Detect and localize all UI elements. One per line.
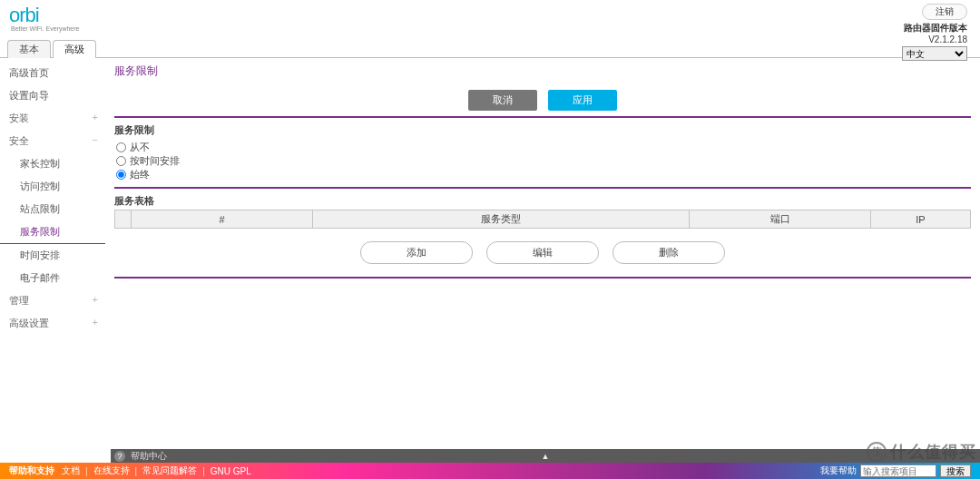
- sidebar-section-security[interactable]: 安全 −: [0, 130, 105, 152]
- sidebar-section-management[interactable]: 管理 +: [0, 289, 105, 312]
- radio-option-never[interactable]: 从不: [116, 141, 971, 154]
- col-number: #: [132, 210, 313, 229]
- logout-button[interactable]: 注销: [922, 4, 967, 20]
- sidebar-section-label: 高级设置: [9, 318, 49, 328]
- delete-button[interactable]: 删除: [612, 241, 725, 264]
- radio-label: 始终: [130, 168, 150, 181]
- radio-label: 按时间安排: [130, 154, 180, 168]
- header-right: 注销 路由器固件版本 V2.1.2.18 中文: [902, 4, 967, 61]
- tab-advanced[interactable]: 高级: [53, 40, 96, 58]
- divider: [114, 116, 971, 118]
- footer: ? 帮助中心 ▲ 帮助和支持 文档| 在线支持| 常见问题解答| GNU GPL…: [0, 449, 980, 479]
- edit-button[interactable]: 编辑: [486, 241, 599, 264]
- radio-never[interactable]: [116, 142, 126, 152]
- logo-tagline: Better WiFi. Everywhere: [11, 25, 79, 32]
- table-header-row: # 服务类型 端口 IP: [115, 210, 971, 229]
- support-link-online[interactable]: 在线支持: [93, 464, 130, 477]
- logo: orbi: [9, 4, 39, 27]
- support-link-faq[interactable]: 常见问题解答: [142, 464, 197, 477]
- support-link-gpl[interactable]: GNU GPL: [211, 466, 251, 476]
- col-port: 端口: [690, 210, 871, 229]
- collapse-icon: −: [93, 134, 98, 145]
- firmware-label: 路由器固件版本: [902, 22, 967, 34]
- col-checkbox: [115, 210, 132, 229]
- col-ip: IP: [871, 210, 971, 229]
- support-search: 我要帮助 搜索: [820, 463, 971, 479]
- search-input[interactable]: [860, 464, 936, 477]
- tab-basic[interactable]: 基本: [7, 40, 51, 58]
- sidebar-section-label: 安全: [9, 135, 29, 146]
- sidebar-item-service-block[interactable]: 服务限制: [0, 220, 105, 244]
- header: orbi Better WiFi. Everywhere 注销 路由器固件版本 …: [0, 0, 980, 40]
- sidebar-item-setup-wizard[interactable]: 设置向导: [0, 84, 105, 107]
- radio-always[interactable]: [116, 170, 126, 180]
- service-table-section: 服务表格 # 服务类型 端口 IP: [114, 194, 971, 229]
- question-icon: ?: [114, 451, 125, 462]
- page-title: 服务限制: [114, 62, 971, 84]
- sidebar-item-access-control[interactable]: 访问控制: [0, 175, 105, 198]
- firmware-version: V2.1.2.18: [902, 34, 967, 44]
- sidebar-item-schedule[interactable]: 时间安排: [0, 244, 105, 267]
- sidebar-item-advanced-home[interactable]: 高级首页: [0, 62, 105, 84]
- sidebar-section-install[interactable]: 安装 +: [0, 107, 105, 130]
- col-service-type: 服务类型: [313, 210, 690, 229]
- chevron-up-icon[interactable]: ▲: [542, 452, 550, 461]
- search-button[interactable]: 搜索: [940, 464, 971, 477]
- support-link-docs[interactable]: 文档: [62, 464, 80, 477]
- sidebar-item-parental-control[interactable]: 家长控制: [0, 152, 105, 175]
- expand-icon: +: [93, 112, 98, 122]
- add-button[interactable]: 添加: [360, 241, 473, 264]
- search-label: 我要帮助: [820, 464, 857, 477]
- support-links: 帮助和支持 文档| 在线支持| 常见问题解答| GNU GPL: [9, 464, 251, 477]
- service-table: # 服务类型 端口 IP: [114, 210, 971, 229]
- apply-button[interactable]: 应用: [548, 90, 617, 111]
- top-tabs: 基本 高级: [0, 40, 980, 58]
- help-center-bar[interactable]: ? 帮助中心 ▲: [111, 449, 980, 463]
- radio-label: 从不: [130, 141, 150, 154]
- support-bar: 帮助和支持 文档| 在线支持| 常见问题解答| GNU GPL 我要帮助 搜索: [0, 463, 980, 479]
- radio-option-always[interactable]: 始终: [116, 168, 971, 181]
- sidebar-section-label: 管理: [9, 295, 29, 306]
- support-title: 帮助和支持: [9, 464, 54, 477]
- sidebar-section-advanced-settings[interactable]: 高级设置 +: [0, 312, 105, 335]
- section-label-service-block: 服务限制: [114, 123, 971, 137]
- sidebar-item-site-block[interactable]: 站点限制: [0, 198, 105, 220]
- cancel-button[interactable]: 取消: [468, 90, 537, 111]
- sidebar: 高级首页 设置向导 安装 + 安全 − 家长控制 访问控制 站点限制 服务限制 …: [0, 58, 105, 449]
- divider: [114, 277, 971, 279]
- help-center-label: 帮助中心: [131, 450, 167, 463]
- radio-schedule[interactable]: [116, 156, 126, 166]
- expand-icon: +: [93, 317, 98, 327]
- sidebar-section-label: 安装: [9, 112, 29, 123]
- divider: [114, 187, 971, 189]
- expand-icon: +: [93, 294, 98, 305]
- top-action-bar: 取消 应用: [114, 90, 971, 111]
- sidebar-item-email[interactable]: 电子邮件: [0, 267, 105, 289]
- table-action-bar: 添加 编辑 删除: [114, 241, 971, 264]
- radio-option-schedule[interactable]: 按时间安排: [116, 154, 971, 168]
- content-area: 服务限制 取消 应用 服务限制 从不 按时间安排 始终 服务表格 #: [105, 58, 980, 449]
- table-label: 服务表格: [114, 194, 971, 208]
